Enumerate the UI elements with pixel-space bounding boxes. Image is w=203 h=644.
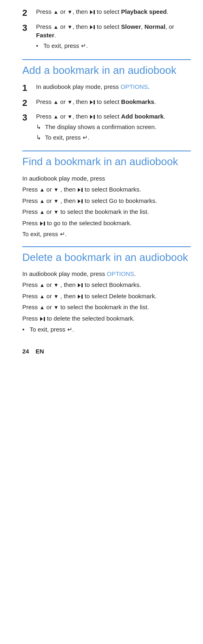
pause-bar-icon-2 <box>94 25 95 29</box>
up-arrow-icon-4: ▲ <box>53 114 59 120</box>
sub-item-exit-1: • To exit, press ↵. <box>36 41 191 50</box>
delete-bookmark-heading: Delete a bookmark in an audiobook <box>22 251 191 264</box>
bullet-dot-icon: • <box>36 41 43 50</box>
find-para-3: Press ▲ or ▼ , then to select Go to book… <box>22 196 191 206</box>
triangle-find-2 <box>78 199 81 203</box>
down-arrow-del-2: ▼ <box>53 293 59 299</box>
down-arrow-icon-2: ▼ <box>67 24 73 30</box>
delete-body: In audiobook play mode, press OPTIONS. P… <box>22 269 191 334</box>
page-footer: 24 EN <box>22 345 191 355</box>
step-2: 2 Press ▲ or ▼, then to select Playback … <box>22 7 191 19</box>
add-bookmark-label: Add bookmark <box>121 113 164 120</box>
page-container: 2 Press ▲ or ▼, then to select Playback … <box>0 0 203 367</box>
bar-find-2 <box>81 199 83 203</box>
pause-bar-icon <box>94 10 95 14</box>
find-body: In audiobook play mode, press Press ▲ or… <box>22 174 191 239</box>
sub-item-exit-2: ↳ To exit, press ↵. <box>36 133 191 142</box>
add-step-3-sub-items: ↳ The display shows a confirmation scree… <box>36 123 191 142</box>
triangle-icon-4 <box>90 115 93 119</box>
sub-item-exit-delete: • To exit, press ↵. <box>22 325 191 334</box>
down-arrow-del-3: ▼ <box>53 305 59 311</box>
triangle-del-3 <box>40 317 43 321</box>
play-pause-icon-del-2 <box>78 295 83 299</box>
bar-del-2 <box>81 295 83 299</box>
bar-del-1 <box>81 283 83 287</box>
exit-text-2: To exit, press ↵. <box>45 133 191 142</box>
delete-para-4: Press ▲ or ▼ to select the bookmark in t… <box>22 303 191 312</box>
slower-label: Slower <box>121 23 141 30</box>
bar-del-3 <box>44 317 45 321</box>
pause-bar-icon-3 <box>94 100 95 104</box>
add-step-number-2: 2 <box>22 97 34 109</box>
delete-bookmark-section: Delete a bookmark in an audiobook In aud… <box>22 251 191 334</box>
triangle-find-3 <box>40 222 43 226</box>
step-2-text: Press ▲ or ▼, then to select Playback sp… <box>36 7 191 16</box>
find-para-2: Press ▲ or ▼ , then to select Bookmarks. <box>22 185 191 194</box>
up-arrow-del-1: ▲ <box>40 282 45 289</box>
triangle-icon <box>90 10 93 14</box>
triangle-icon-2 <box>90 25 93 29</box>
add-step-2: 2 Press ▲ or ▼, then to select Bookmarks… <box>22 97 191 109</box>
up-arrow-icon-2: ▲ <box>53 24 59 30</box>
delete-sub-items: • To exit, press ↵. <box>22 325 191 334</box>
add-step-1: 1 In audiobook play mode, press OPTIONS. <box>22 82 191 94</box>
triangle-find-1 <box>78 188 81 192</box>
up-arrow-del-3: ▲ <box>40 305 45 311</box>
delete-para-2: Press ▲ or ▼ , then to select Bookmarks. <box>22 280 191 290</box>
up-arrow-find-3: ▲ <box>40 209 45 215</box>
up-arrow-find-2: ▲ <box>40 198 45 204</box>
language-label: EN <box>36 348 44 355</box>
down-arrow-icon: ▼ <box>67 9 73 15</box>
up-arrow-icon: ▲ <box>53 9 59 15</box>
find-para-6: To exit, press ↵. <box>22 230 191 239</box>
up-arrow-icon-3: ▲ <box>53 99 59 105</box>
add-step-2-text: Press ▲ or ▼, then to select Bookmarks. <box>36 97 191 106</box>
options-label-1: OPTIONS <box>120 83 148 90</box>
play-pause-icon-del-1 <box>78 283 83 287</box>
divider-add <box>22 59 191 60</box>
divider-find <box>22 151 191 151</box>
normal-label: Normal <box>144 23 165 30</box>
find-para-1: In audiobook play mode, press <box>22 174 191 183</box>
triangle-del-2 <box>78 295 81 299</box>
play-pause-icon-2 <box>90 25 95 29</box>
options-label-2: OPTIONS <box>107 270 134 277</box>
delete-para-1: In audiobook play mode, press OPTIONS. <box>22 269 191 279</box>
confirmation-text: The display shows a confirmation screen. <box>45 123 191 131</box>
play-pause-icon-3 <box>90 100 95 104</box>
play-pause-icon-4 <box>90 115 95 119</box>
up-arrow-del-2: ▲ <box>40 293 45 299</box>
exit-text-1: To exit, press ↵. <box>43 41 191 50</box>
find-bookmark-heading: Find a bookmark in an audiobook <box>22 155 191 168</box>
down-arrow-find-3: ▼ <box>53 209 59 215</box>
step-number-2: 2 <box>22 7 34 19</box>
up-arrow-find-1: ▲ <box>40 187 45 193</box>
delete-para-3: Press ▲ or ▼ , then to select Delete boo… <box>22 292 191 301</box>
add-step-3: 3 Press ▲ or ▼, then to select Add bookm… <box>22 112 191 143</box>
add-step-number-3: 3 <box>22 112 34 124</box>
down-arrow-find-2: ▼ <box>53 198 59 204</box>
arrow-bullet-icon-2: ↳ <box>36 133 45 142</box>
bookmarks-label: Bookmarks <box>121 98 154 105</box>
step-3-sub-items: • To exit, press ↵. <box>36 41 191 50</box>
playback-speed-label: Playback speed <box>121 8 167 15</box>
find-para-5: Press to go to the selected bookmark. <box>22 219 191 228</box>
down-arrow-find-1: ▼ <box>53 187 59 193</box>
triangle-icon-3 <box>90 100 93 104</box>
step-3-text: Press ▲ or ▼, then to select Slower, Nor… <box>36 22 191 52</box>
bullet-dot-del-icon: • <box>22 325 30 334</box>
triangle-del-1 <box>78 283 81 287</box>
add-step-3-text: Press ▲ or ▼, then to select Add bookmar… <box>36 112 191 143</box>
find-bookmark-section: Find a bookmark in an audiobook In audio… <box>22 155 191 239</box>
down-arrow-icon-4: ▼ <box>67 114 73 120</box>
playback-speed-section: 2 Press ▲ or ▼, then to select Playback … <box>22 7 191 52</box>
step-number-3: 3 <box>22 22 34 34</box>
exit-text-delete: To exit, press ↵. <box>30 325 191 334</box>
add-step-number-1: 1 <box>22 82 34 94</box>
down-arrow-del-1: ▼ <box>53 282 59 289</box>
pause-bar-icon-4 <box>94 115 95 119</box>
down-arrow-icon-3: ▼ <box>67 99 73 105</box>
play-pause-icon-del-3 <box>40 317 45 321</box>
add-step-1-text: In audiobook play mode, press OPTIONS. <box>36 82 191 91</box>
sub-item-confirmation: ↳ The display shows a confirmation scree… <box>36 123 191 131</box>
